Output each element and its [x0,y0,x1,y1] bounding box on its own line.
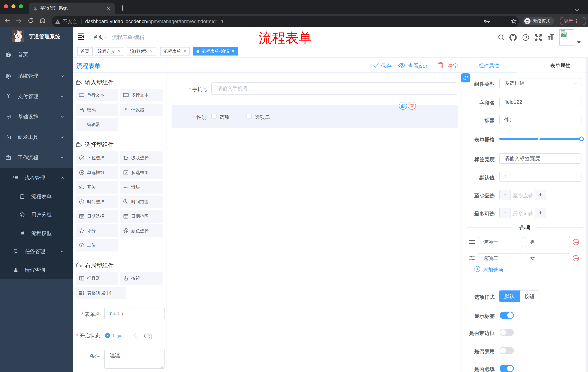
svg-text:123: 123 [123,108,127,111]
